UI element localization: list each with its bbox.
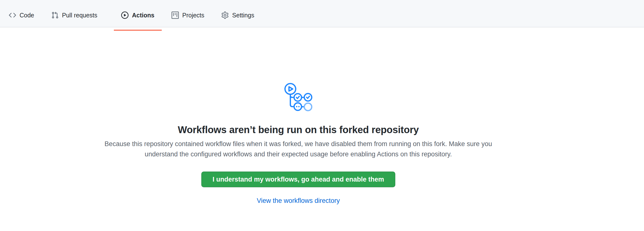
gear-icon — [221, 12, 229, 19]
tab-projects[interactable]: Projects — [164, 4, 212, 27]
tab-code[interactable]: Code — [2, 4, 42, 27]
tab-pull-requests[interactable]: Pull requests — [44, 4, 105, 27]
git-pull-request-icon — [51, 12, 59, 19]
tab-code-label: Code — [20, 12, 34, 18]
enable-workflows-button[interactable]: I understand my workflows, go ahead and … — [201, 171, 395, 187]
link-row: View the workflows directory — [0, 197, 596, 204]
actions-disabled-page: Workflows aren’t being run on this forke… — [0, 28, 644, 204]
view-workflows-directory-link[interactable]: View the workflows directory — [257, 197, 340, 204]
tab-settings-label: Settings — [232, 12, 254, 18]
tab-settings[interactable]: Settings — [214, 4, 262, 27]
tab-actions[interactable]: Actions — [114, 4, 162, 27]
repo-tab-nav: Code Pull requests Actions Projects Sett… — [0, 0, 644, 28]
project-board-icon — [172, 12, 179, 19]
tab-projects-label: Projects — [182, 12, 204, 18]
page-title: Workflows aren’t being run on this forke… — [0, 124, 596, 135]
blankslate-description: Because this repository contained workfl… — [100, 139, 496, 159]
code-icon — [9, 12, 16, 19]
tab-pull-requests-label: Pull requests — [62, 12, 98, 18]
blankslate: Workflows aren’t being run on this forke… — [0, 28, 596, 204]
tab-actions-label: Actions — [132, 12, 154, 18]
workflow-illustration-icon — [284, 82, 313, 112]
play-circle-icon — [121, 12, 128, 19]
